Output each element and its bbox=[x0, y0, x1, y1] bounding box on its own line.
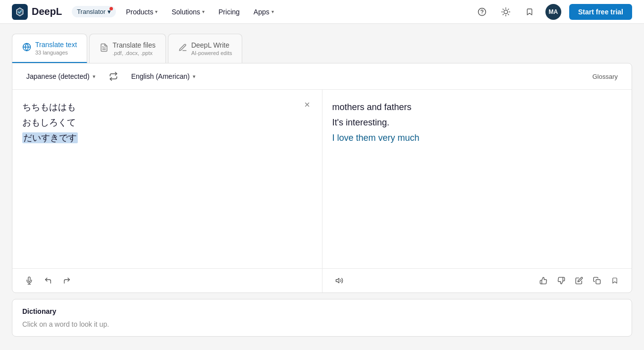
deepl-write-icon bbox=[178, 43, 187, 54]
translate-text-icon bbox=[22, 43, 31, 54]
dictionary-title: Dictionary bbox=[22, 307, 622, 315]
notification-dot bbox=[109, 7, 113, 10]
copy-icon bbox=[593, 277, 601, 285]
tab-translate-files[interactable]: Translate files .pdf, .docx, .pptx bbox=[89, 34, 166, 63]
translate-text-tab-title: Translate text bbox=[35, 40, 77, 49]
logo-area: DeepL bbox=[12, 4, 62, 20]
tab-deepl-write[interactable]: DeepL Write AI-powered edits bbox=[168, 34, 243, 63]
lang-bar: Japanese (detected) ▾ English (American)… bbox=[12, 63, 632, 90]
pricing-nav-item[interactable]: Pricing bbox=[213, 5, 246, 19]
avatar-initials: MA bbox=[549, 8, 558, 15]
target-lang-chevron-icon: ▾ bbox=[193, 73, 196, 80]
source-panel-bottom bbox=[12, 269, 322, 292]
theme-icon-btn[interactable] bbox=[498, 4, 514, 20]
output-action-buttons bbox=[537, 274, 622, 288]
nav-links: Products ▾ Solutions ▾ Pricing Apps ▾ bbox=[120, 5, 470, 19]
translate-files-tab-texts: Translate files .pdf, .docx, .pptx bbox=[112, 41, 156, 57]
redo-icon bbox=[63, 277, 71, 285]
source-text-display[interactable]: ちちもははも おもしろくて だいすきです bbox=[22, 100, 312, 145]
svg-line-11 bbox=[508, 9, 509, 9]
undo-icon bbox=[44, 277, 52, 285]
translator-tab[interactable]: Translator ▾ bbox=[72, 6, 116, 17]
user-avatar[interactable]: MA bbox=[545, 4, 561, 20]
thumbdown-button[interactable] bbox=[554, 274, 568, 288]
swap-languages-button[interactable] bbox=[106, 68, 121, 84]
glossary-button[interactable]: Glossary bbox=[589, 71, 622, 82]
pricing-label: Pricing bbox=[218, 8, 240, 16]
speaker-icon bbox=[335, 277, 344, 285]
translate-files-tab-subtitle: .pdf, .docx, .pptx bbox=[112, 50, 156, 57]
help-icon bbox=[478, 7, 486, 16]
deepl-write-tab-title: DeepL Write bbox=[191, 41, 232, 50]
start-trial-button[interactable]: Start free trial bbox=[569, 4, 632, 20]
translate-files-tab-title: Translate files bbox=[112, 41, 156, 50]
redo-button[interactable] bbox=[60, 274, 74, 288]
dictionary-hint: Click on a word to look it up. bbox=[22, 320, 622, 328]
translate-text-tab-subtitle: 33 languages bbox=[35, 49, 77, 56]
translate-text-tab-texts: Translate text 33 languages bbox=[35, 40, 77, 56]
main-content: Translate text 33 languages Translate fi… bbox=[0, 24, 644, 347]
source-lang-selector[interactable]: Japanese (detected) ▾ bbox=[22, 70, 100, 82]
products-chevron-icon: ▾ bbox=[155, 9, 158, 14]
save-icon bbox=[611, 277, 618, 285]
source-line-1: ちちもははも bbox=[22, 100, 312, 115]
output-line-3: I love them very much bbox=[332, 130, 622, 146]
bookmarks-icon-btn[interactable] bbox=[522, 4, 537, 20]
thumbup-icon bbox=[539, 277, 547, 285]
deepl-logo-icon bbox=[12, 4, 28, 20]
output-line-1: mothers and fathers bbox=[332, 100, 622, 115]
thumbdown-icon bbox=[557, 277, 565, 285]
source-panel: ちちもははも おもしろくて だいすきです bbox=[12, 90, 322, 268]
output-text-display: mothers and fathers It's interesting. I … bbox=[332, 100, 622, 145]
thumbup-button[interactable] bbox=[537, 274, 550, 288]
theme-icon bbox=[501, 7, 510, 16]
deepl-logo-text: DeepL bbox=[32, 6, 62, 17]
translator-container: Japanese (detected) ▾ English (American)… bbox=[12, 63, 632, 293]
solutions-chevron-icon: ▾ bbox=[202, 9, 205, 14]
help-icon-btn[interactable] bbox=[474, 4, 490, 20]
products-label: Products bbox=[126, 8, 153, 16]
mic-button[interactable] bbox=[22, 274, 36, 288]
translation-panels: ちちもははも おもしろくて だいすきです mothers and fathers… bbox=[12, 90, 632, 268]
apps-label: Apps bbox=[254, 8, 269, 16]
apps-nav-item[interactable]: Apps ▾ bbox=[248, 5, 280, 19]
output-line-2: It's interesting. bbox=[332, 115, 622, 130]
glossary-label: Glossary bbox=[592, 73, 618, 80]
dictionary-section: Dictionary Click on a word to look it up… bbox=[12, 299, 632, 337]
bookmarks-icon bbox=[526, 7, 534, 16]
translate-files-icon bbox=[100, 43, 108, 54]
tab-translate-text[interactable]: Translate text 33 languages bbox=[12, 34, 87, 63]
solutions-label: Solutions bbox=[171, 8, 200, 16]
deepl-write-tab-subtitle: AI-powered edits bbox=[191, 50, 232, 57]
svg-line-10 bbox=[503, 14, 503, 14]
translator-label: Translator bbox=[77, 8, 106, 15]
copy-translation-button[interactable] bbox=[590, 274, 604, 288]
source-lang-label: Japanese (detected) bbox=[26, 72, 90, 80]
svg-point-3 bbox=[504, 10, 508, 14]
output-panel-bottom bbox=[322, 269, 632, 292]
start-trial-label: Start free trial bbox=[578, 8, 623, 16]
clear-icon bbox=[304, 101, 311, 108]
bottom-bars bbox=[12, 268, 632, 292]
speak-output-button[interactable] bbox=[332, 274, 346, 288]
navbar: DeepL Translator ▾ Products ▾ Solutions … bbox=[0, 0, 644, 24]
nav-right: MA Start free trial bbox=[474, 4, 632, 20]
target-lang-selector[interactable]: English (American) ▾ bbox=[127, 70, 200, 82]
svg-rect-21 bbox=[596, 280, 600, 284]
deepl-write-tab-texts: DeepL Write AI-powered edits bbox=[191, 41, 232, 57]
svg-marker-20 bbox=[336, 279, 339, 283]
solutions-nav-item[interactable]: Solutions ▾ bbox=[165, 5, 211, 19]
lang-right: English (American) ▾ Glossary bbox=[127, 70, 622, 82]
undo-button[interactable] bbox=[41, 274, 55, 288]
source-line-3: だいすきです bbox=[22, 132, 78, 143]
edit-translation-button[interactable] bbox=[572, 274, 586, 288]
products-nav-item[interactable]: Products ▾ bbox=[120, 5, 163, 19]
source-lang-chevron-icon: ▾ bbox=[93, 73, 96, 80]
svg-line-6 bbox=[503, 9, 503, 9]
tabs-row: Translate text 33 languages Translate fi… bbox=[12, 34, 632, 63]
save-translation-button[interactable] bbox=[608, 274, 622, 288]
swap-icon bbox=[109, 72, 118, 81]
mic-icon bbox=[25, 276, 33, 285]
clear-input-button[interactable] bbox=[301, 99, 313, 111]
edit-icon bbox=[575, 277, 583, 285]
